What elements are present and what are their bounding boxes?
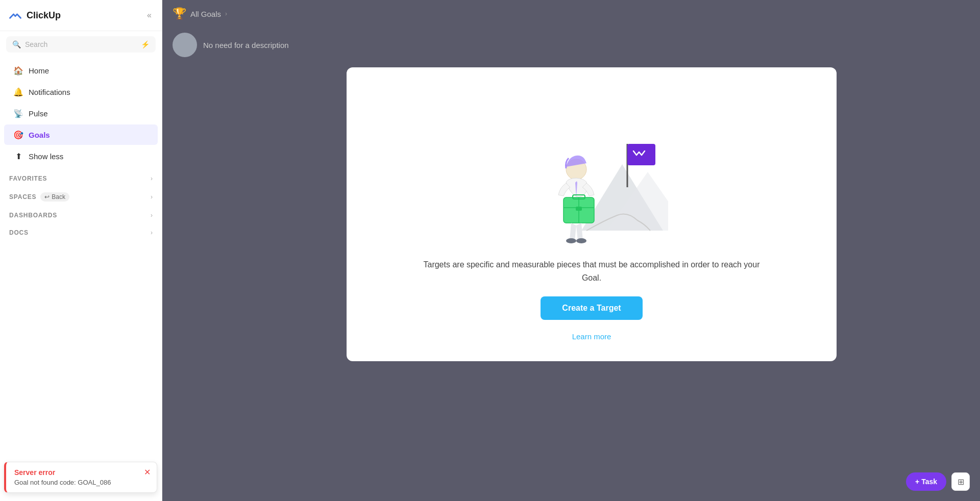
add-task-button[interactable]: + Task [906,472,946,491]
pulse-icon: 📡 [13,108,23,118]
grid-view-button[interactable]: ⊞ [951,472,970,491]
spaces-label: SPACES [9,193,36,201]
clickup-logo-icon [8,8,22,22]
sidebar-item-goals[interactable]: 🎯 Goals [4,124,158,145]
error-close-button[interactable]: ✕ [144,467,151,477]
search-bar[interactable]: 🔍 Search ⚡ [6,36,156,53]
card-area: Targets are specific and measurable piec… [162,67,980,501]
trophy-icon: 🏆 [173,7,186,20]
spaces-section[interactable]: SPACES ↩ Back › [4,188,158,206]
sidebar-item-pulse[interactable]: 📡 Pulse [4,103,158,123]
goals-label: Goals [29,131,50,139]
spaces-chevron-icon: › [151,193,153,201]
learn-more-link[interactable]: Learn more [572,332,611,341]
content-header: 🏆 All Goals › [162,0,980,28]
breadcrumb-all-goals[interactable]: All Goals [190,10,221,18]
illustration [515,88,668,246]
svg-point-10 [566,238,576,243]
docs-section[interactable]: DOCS › [4,225,158,240]
search-placeholder: Search [25,40,137,48]
notifications-label: Notifications [29,88,70,96]
goals-icon: 🎯 [13,130,23,140]
svg-rect-9 [576,207,582,211]
error-message: Goal not found code: GOAL_086 [14,479,149,486]
app-name: ClickUp [27,10,61,21]
search-icon: 🔍 [12,40,21,48]
sidebar-item-notifications[interactable]: 🔔 Notifications [4,82,158,102]
spaces-left: SPACES ↩ Back [9,192,69,202]
description-area: No need for a description [162,28,980,67]
collapse-sidebar-button[interactable]: « [145,9,154,22]
avatar [173,33,197,57]
favorites-chevron-icon: › [151,175,153,182]
back-pill[interactable]: ↩ Back [40,192,69,202]
sidebar-header: ClickUp « [0,0,162,31]
back-label: Back [52,193,65,201]
error-title: Server error [14,468,149,477]
breadcrumb-arrow: › [225,10,227,17]
error-toast: Server error Goal not found code: GOAL_0… [4,462,157,493]
bottom-right-actions: + Task ⊞ [906,472,970,491]
docs-label: DOCS [9,229,29,236]
favorites-section[interactable]: FAVORITES › [4,171,158,186]
back-arrow-icon: ↩ [44,193,50,201]
card-description-text: Targets are specific and measurable piec… [413,258,770,284]
favorites-label: FAVORITES [9,175,47,182]
goals-illustration [515,88,668,251]
sidebar: ClickUp « 🔍 Search ⚡ 🏠 Home 🔔 Notificati… [0,0,162,501]
main-content: 🏆 All Goals › No need for a description [162,0,980,501]
pulse-label: Pulse [29,109,48,118]
grid-icon: ⊞ [958,477,964,487]
notifications-icon: 🔔 [13,87,23,97]
dashboards-label: DASHBOARDS [9,212,57,219]
dashboards-section[interactable]: DASHBOARDS › [4,208,158,223]
empty-state-card: Targets are specific and measurable piec… [347,67,837,361]
home-label: Home [29,66,49,75]
show-less-icon: ⬆ [13,151,23,161]
no-description-text: No need for a description [203,41,289,49]
sidebar-sections: FAVORITES › SPACES ↩ Back › DASHBOARDS ›… [0,169,162,242]
create-target-button[interactable]: Create a Target [541,296,643,320]
nav-items: 🏠 Home 🔔 Notifications 📡 Pulse 🎯 Goals ⬆… [0,58,162,169]
home-icon: 🏠 [13,65,23,76]
docs-chevron-icon: › [151,229,153,236]
sidebar-item-home[interactable]: 🏠 Home [4,60,158,81]
svg-point-11 [576,238,586,243]
sidebar-item-show-less[interactable]: ⬆ Show less [4,146,158,166]
show-less-label: Show less [29,152,63,161]
lightning-icon: ⚡ [141,40,150,48]
dashboards-chevron-icon: › [151,212,153,219]
logo-area[interactable]: ClickUp [8,8,61,22]
